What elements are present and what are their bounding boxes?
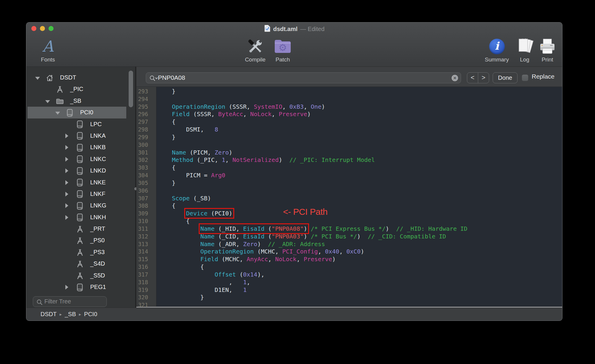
code-line[interactable]: 316 { xyxy=(136,263,562,271)
find-next-button[interactable]: > xyxy=(478,73,489,83)
code-line[interactable]: 309 Device (PCI0) xyxy=(136,210,562,217)
chevron-right-icon[interactable] xyxy=(65,181,71,185)
folder-icon xyxy=(55,97,64,105)
chevron-right-icon[interactable] xyxy=(65,169,71,173)
code-line[interactable]: 293 } xyxy=(136,88,562,95)
search-field[interactable]: ✕ xyxy=(146,72,461,83)
line-number: 297 xyxy=(136,118,152,126)
code-line[interactable]: 305 } xyxy=(136,179,562,187)
toolbar-label: Patch xyxy=(276,56,290,63)
tree-item-pci0[interactable]: PCI0 xyxy=(26,107,135,118)
code-text: , 1, xyxy=(152,279,250,286)
code-text: } xyxy=(152,294,204,301)
code-line[interactable]: 307 Scope (_SB) xyxy=(136,195,562,202)
tree-item-lnkf[interactable]: LNKF xyxy=(26,188,135,200)
tree-item-lnkd[interactable]: LNKD xyxy=(26,165,135,176)
tree-item-label: LNKC xyxy=(90,153,106,165)
code-line[interactable]: 302 Method (_PIC, 1, NotSerialized) // _… xyxy=(136,156,562,164)
tree-item-peg1[interactable]: PEG1 xyxy=(26,281,135,293)
method-icon xyxy=(75,225,84,233)
done-button[interactable]: Done xyxy=(493,72,518,83)
code-line[interactable]: 311 Name (_HID, EisaId ("PNP0A08") /* PC… xyxy=(136,225,562,233)
code-line[interactable]: 301 Name (PICM, Zero) xyxy=(136,149,562,157)
toolbar-item-fonts[interactable]: A Fonts xyxy=(29,37,67,63)
code-line[interactable]: 317 Offset (0x14), xyxy=(136,271,562,279)
tree-item-_ps3[interactable]: _PS3 xyxy=(26,246,135,258)
magnifier-chevron-icon[interactable] xyxy=(149,75,158,83)
code-editor[interactable]: 293 }294295 OperationRegion (SSSR, Syste… xyxy=(136,87,562,308)
sidebar-scrollbar-thumb[interactable] xyxy=(129,71,133,107)
tree-item-lnkb[interactable]: LNKB xyxy=(26,142,135,153)
code-line[interactable]: 312 Name (_CID, EisaId ("PNP0A03") /* PC… xyxy=(136,233,562,240)
code-line[interactable]: 299 } xyxy=(136,134,562,141)
tree-item-lnkg[interactable]: LNKG xyxy=(26,200,135,211)
search-icon xyxy=(36,299,43,306)
line-number: 302 xyxy=(136,156,152,164)
tree-item-_ps0[interactable]: _PS0 xyxy=(26,235,135,246)
tree-item-_s4d[interactable]: _S4D xyxy=(26,258,135,269)
chevron-right-icon[interactable] xyxy=(65,192,71,197)
line-number: 306 xyxy=(136,187,152,195)
clear-search-icon[interactable]: ✕ xyxy=(452,75,458,81)
code-line[interactable]: 319 D1EN, 1 xyxy=(136,286,562,294)
breadcrumb-pci0[interactable]: PCI0 xyxy=(84,311,97,318)
breadcrumb-dsdt[interactable]: DSDT xyxy=(41,311,56,318)
desktop: dsdt.aml — Edited A Fonts xyxy=(0,0,595,364)
code-line[interactable]: 304 PICM = Arg0 xyxy=(136,172,562,179)
tree-item-dsdt[interactable]: DSDT xyxy=(26,72,135,83)
code-line[interactable]: 310 { xyxy=(136,217,562,225)
filter-tree-input[interactable] xyxy=(44,297,104,306)
tree-item-lnka[interactable]: LNKA xyxy=(26,130,135,142)
code-text: Field (SSSR, ByteAcc, NoLock, Preserve) xyxy=(152,110,311,118)
chevron-down-icon[interactable] xyxy=(55,110,61,115)
tree-item-_sb[interactable]: _SB xyxy=(26,95,135,107)
toolbar-item-patch[interactable]: ⚙ Patch xyxy=(263,37,302,63)
chevron-right-icon[interactable] xyxy=(65,145,71,150)
tree-item-_pic[interactable]: _PIC xyxy=(26,83,135,95)
pci-path-annotation: <- PCI Path xyxy=(283,207,327,217)
code-line[interactable]: 313 Name (_ADR, Zero) // _ADR: Address xyxy=(136,240,562,248)
code-line[interactable]: 318 , 1, xyxy=(136,279,562,286)
code-text: } xyxy=(152,179,175,187)
chevron-right-icon[interactable] xyxy=(65,215,71,220)
tree-item-lnke[interactable]: LNKE xyxy=(26,177,135,188)
replace-label: Replace xyxy=(532,73,554,80)
line-number: 295 xyxy=(136,103,152,111)
code-line[interactable]: 320 } xyxy=(136,294,562,301)
tree-item-label: _PRT xyxy=(90,223,105,235)
chevron-right-icon[interactable] xyxy=(65,134,71,139)
chevron-down-icon[interactable] xyxy=(45,99,51,104)
toolbar-item-print[interactable]: Print xyxy=(528,37,562,63)
tree-item-lpc[interactable]: LPC xyxy=(26,118,135,130)
tree-item-label: LNKA xyxy=(90,130,106,142)
search-input[interactable] xyxy=(158,73,442,83)
tree-item-_s5d[interactable]: _S5D xyxy=(26,270,135,281)
tree-item-lnkh[interactable]: LNKH xyxy=(26,212,135,223)
device-icon xyxy=(75,283,84,292)
status-bar: DSDT ▸ _SB ▸ PCI0 xyxy=(26,308,562,321)
filter-tree-field[interactable] xyxy=(33,296,107,307)
chevron-down-icon[interactable] xyxy=(35,76,41,80)
code-line[interactable]: 314 OperationRegion (MCHC, PCI_Config, 0… xyxy=(136,248,562,256)
chevron-right-icon[interactable] xyxy=(65,285,71,290)
code-line[interactable]: 296 Field (SSSR, ByteAcc, NoLock, Preser… xyxy=(136,110,562,118)
code-line[interactable]: 303 { xyxy=(136,164,562,172)
chevron-right-icon[interactable] xyxy=(65,157,71,162)
code-line[interactable]: 306 xyxy=(136,187,562,195)
code-line[interactable]: 300 xyxy=(136,141,562,149)
tree-item-lnkc[interactable]: LNKC xyxy=(26,153,135,165)
find-previous-button[interactable]: < xyxy=(467,73,478,83)
code-line[interactable]: 315 Field (MCHC, AnyAcc, NoLock, Preserv… xyxy=(136,256,562,263)
tree-item-_prt[interactable]: _PRT xyxy=(26,223,135,235)
code-line[interactable]: 294 xyxy=(136,95,562,103)
line-number: 319 xyxy=(136,286,152,294)
chevron-right-icon[interactable] xyxy=(65,204,71,208)
breadcrumb-sb[interactable]: _SB xyxy=(65,311,76,318)
code-line[interactable]: 297 { xyxy=(136,118,562,126)
code-line[interactable]: 298 DSMI, 8 xyxy=(136,126,562,134)
code-line[interactable]: 308 { xyxy=(136,202,562,210)
replace-checkbox[interactable] xyxy=(522,74,528,81)
device-icon xyxy=(75,132,84,140)
code-line[interactable]: 295 OperationRegion (SSSR, SystemIO, 0xB… xyxy=(136,103,562,111)
title-edited-status: — Edited xyxy=(300,26,324,32)
